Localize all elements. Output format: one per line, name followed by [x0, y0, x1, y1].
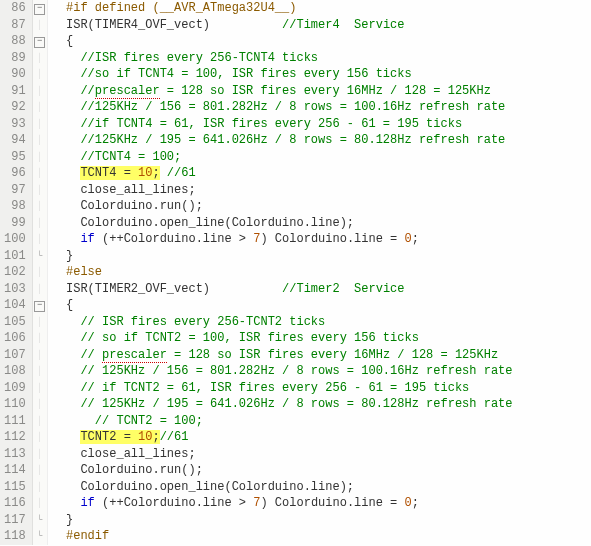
- code-token: [80, 414, 94, 428]
- line-number-gutter: 8687888990919293949596979899100101102103…: [0, 0, 33, 545]
- code-token: //61: [160, 430, 189, 444]
- code-token: Colorduino.open_line(Colorduino.line);: [80, 216, 354, 230]
- code-token: //so if TCNT4 = 100, ISR fires every 156…: [80, 67, 411, 81]
- code-line[interactable]: {: [52, 33, 513, 50]
- code-token: prescaler: [102, 348, 167, 363]
- code-line[interactable]: Colorduino.run();: [52, 198, 513, 215]
- code-token: //61: [167, 166, 196, 180]
- code-line[interactable]: {: [52, 297, 513, 314]
- fold-column[interactable]: −│−││││││││││││└││−││││││││││││└└: [33, 0, 48, 545]
- fold-guide: │: [33, 182, 47, 199]
- line-number: 111: [4, 413, 26, 430]
- code-token: 0: [405, 232, 412, 246]
- fold-guide: │: [33, 413, 47, 430]
- code-token: close_all_lines;: [80, 447, 195, 461]
- code-line[interactable]: Colorduino.open_line(Colorduino.line);: [52, 479, 513, 496]
- code-token: (++Colorduino.line >: [95, 232, 253, 246]
- code-area[interactable]: #if defined (__AVR_ATmega32U4__) ISR(TIM…: [48, 0, 513, 545]
- code-token: Colorduino.run();: [80, 199, 202, 213]
- fold-guide: │: [33, 462, 47, 479]
- code-token: // 125KHz / 156 = 801.282Hz / 8 rows = 1…: [80, 364, 512, 378]
- code-token: //Timer2 Service: [282, 282, 404, 296]
- code-token: Colorduino.run();: [80, 463, 202, 477]
- line-number: 102: [4, 264, 26, 281]
- fold-guide: │: [33, 99, 47, 116]
- code-token: ;: [412, 232, 419, 246]
- code-line[interactable]: //125KHz / 195 = 641.026Hz / 8 rows = 80…: [52, 132, 513, 149]
- code-line[interactable]: // if TCNT2 = 61, ISR fires every 256 - …: [52, 380, 513, 397]
- fold-guide: │: [33, 330, 47, 347]
- code-line[interactable]: }: [52, 248, 513, 265]
- fold-guide: │: [33, 165, 47, 182]
- line-number: 91: [4, 83, 26, 100]
- code-line[interactable]: //so if TCNT4 = 100, ISR fires every 156…: [52, 66, 513, 83]
- fold-guide: │: [33, 495, 47, 512]
- fold-toggle-icon[interactable]: −: [33, 297, 47, 314]
- fold-toggle-icon[interactable]: −: [33, 0, 47, 17]
- code-line[interactable]: if (++Colorduino.line > 7) Colorduino.li…: [52, 495, 513, 512]
- code-line[interactable]: // so if TCNT2 = 100, ISR fires every 15…: [52, 330, 513, 347]
- code-token: // TCNT2 = 100;: [95, 414, 203, 428]
- code-token: if: [80, 232, 94, 246]
- line-number: 88: [4, 33, 26, 50]
- code-line[interactable]: #else: [52, 264, 513, 281]
- code-token: ISR(TIMER2_OVF_vect): [66, 282, 282, 296]
- code-line[interactable]: // 125KHz / 156 = 801.282Hz / 8 rows = 1…: [52, 363, 513, 380]
- fold-guide: └: [33, 528, 47, 545]
- fold-guide: │: [33, 380, 47, 397]
- code-line[interactable]: #if defined (__AVR_ATmega32U4__): [52, 0, 513, 17]
- code-token: ;: [152, 430, 159, 444]
- line-number: 113: [4, 446, 26, 463]
- fold-guide: │: [33, 66, 47, 83]
- code-token: close_all_lines;: [80, 183, 195, 197]
- line-number: 97: [4, 182, 26, 199]
- code-line[interactable]: close_all_lines;: [52, 446, 513, 463]
- code-line[interactable]: //TCNT4 = 100;: [52, 149, 513, 166]
- fold-toggle-icon[interactable]: −: [33, 33, 47, 50]
- line-number: 104: [4, 297, 26, 314]
- code-line[interactable]: ISR(TIMER4_OVF_vect) //Timer4 Service: [52, 17, 513, 34]
- line-number: 92: [4, 99, 26, 116]
- line-number: 93: [4, 116, 26, 133]
- code-token: [160, 166, 167, 180]
- fold-guide: │: [33, 314, 47, 331]
- code-line[interactable]: TCNT4 = 10; //61: [52, 165, 513, 182]
- fold-guide: │: [33, 83, 47, 100]
- code-line[interactable]: // TCNT2 = 100;: [52, 413, 513, 430]
- code-line[interactable]: }: [52, 512, 513, 529]
- code-token: = 128 so ISR fires every 16MHz / 128 = 1…: [160, 84, 491, 98]
- fold-guide: │: [33, 198, 47, 215]
- code-line[interactable]: Colorduino.run();: [52, 462, 513, 479]
- code-line[interactable]: // ISR fires every 256-TCNT2 ticks: [52, 314, 513, 331]
- fold-guide: └: [33, 512, 47, 529]
- code-token: = 128 so ISR fires every 16MHz / 128 = 1…: [167, 348, 498, 362]
- code-line[interactable]: // prescaler = 128 so ISR fires every 16…: [52, 347, 513, 364]
- code-token: // ISR fires every 256-TCNT2 ticks: [80, 315, 325, 329]
- code-token: }: [66, 249, 73, 263]
- fold-guide: │: [33, 264, 47, 281]
- line-number: 95: [4, 149, 26, 166]
- fold-guide: │: [33, 446, 47, 463]
- code-token: TCNT4 =: [80, 166, 138, 180]
- code-token: //if TCNT4 = 61, ISR fires every 256 - 6…: [80, 117, 462, 131]
- code-line[interactable]: ISR(TIMER2_OVF_vect) //Timer2 Service: [52, 281, 513, 298]
- line-number: 99: [4, 215, 26, 232]
- code-token: // if TCNT2 = 61, ISR fires every 256 - …: [80, 381, 469, 395]
- code-line[interactable]: //125KHz / 156 = 801.282Hz / 8 rows = 10…: [52, 99, 513, 116]
- code-line[interactable]: //ISR fires every 256-TCNT4 ticks: [52, 50, 513, 67]
- code-token: ;: [412, 496, 419, 510]
- code-token: ) Colorduino.line =: [260, 496, 404, 510]
- code-line[interactable]: if (++Colorduino.line > 7) Colorduino.li…: [52, 231, 513, 248]
- code-token: //125KHz / 195 = 641.026Hz / 8 rows = 80…: [80, 133, 505, 147]
- line-number: 116: [4, 495, 26, 512]
- code-line[interactable]: close_all_lines;: [52, 182, 513, 199]
- line-number: 89: [4, 50, 26, 67]
- fold-guide: │: [33, 429, 47, 446]
- code-editor[interactable]: 8687888990919293949596979899100101102103…: [0, 0, 591, 545]
- code-line[interactable]: #endif: [52, 528, 513, 545]
- code-line[interactable]: TCNT2 = 10;//61: [52, 429, 513, 446]
- code-line[interactable]: Colorduino.open_line(Colorduino.line);: [52, 215, 513, 232]
- code-line[interactable]: //if TCNT4 = 61, ISR fires every 256 - 6…: [52, 116, 513, 133]
- code-line[interactable]: // 125KHz / 195 = 641.026Hz / 8 rows = 8…: [52, 396, 513, 413]
- code-line[interactable]: //prescaler = 128 so ISR fires every 16M…: [52, 83, 513, 100]
